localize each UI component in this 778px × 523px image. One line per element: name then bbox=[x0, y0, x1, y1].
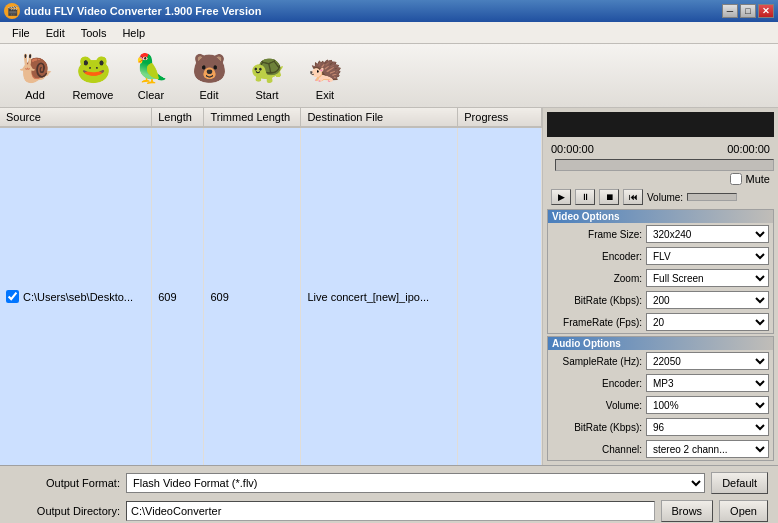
file-table: Source Length Trimmed Length Destination… bbox=[0, 108, 542, 465]
audio-volume-row: Volume: 50%75%100%125% bbox=[548, 394, 773, 416]
app-icon: 🎬 bbox=[4, 3, 20, 19]
open-button[interactable]: Open bbox=[719, 500, 768, 522]
edit-icon: 🐻 bbox=[191, 51, 227, 87]
output-format-label: Output Format: bbox=[10, 477, 120, 489]
video-zoom-label: Zoom: bbox=[552, 273, 642, 284]
mute-label: Mute bbox=[746, 173, 770, 185]
playback-controls: ▶ ⏸ ⏹ ⏮ Volume: bbox=[547, 187, 774, 207]
time-start: 00:00:00 bbox=[551, 143, 594, 155]
menu-file[interactable]: File bbox=[4, 25, 38, 41]
maximize-button[interactable]: □ bbox=[740, 4, 756, 18]
time-end: 00:00:00 bbox=[727, 143, 770, 155]
output-format-row: Output Format: Flash Video Format (*.flv… bbox=[10, 472, 768, 494]
video-zoom-select[interactable]: Full ScreenLetterboxCrop bbox=[646, 269, 769, 287]
play-button[interactable]: ▶ bbox=[551, 189, 571, 205]
add-label: Add bbox=[25, 89, 45, 101]
audio-bitrate-select[interactable]: 6496128192 bbox=[646, 418, 769, 436]
col-source: Source bbox=[0, 108, 152, 127]
exit-icon: 🦔 bbox=[307, 51, 343, 87]
row-checkbox[interactable] bbox=[6, 290, 19, 303]
volume-label: Volume: bbox=[647, 192, 683, 203]
pause-button[interactable]: ⏸ bbox=[575, 189, 595, 205]
audio-encoder-label: Encoder: bbox=[552, 378, 642, 389]
output-dir-input[interactable] bbox=[126, 501, 655, 521]
col-trimmed-length: Trimmed Length bbox=[204, 108, 301, 127]
audio-options: Audio Options SampleRate (Hz): 220504410… bbox=[547, 336, 774, 461]
toolbar: 🐌 Add 🐸 Remove 🦜 Clear 🐻 Edit 🐢 Start 🦔 … bbox=[0, 44, 778, 108]
menu-edit[interactable]: Edit bbox=[38, 25, 73, 41]
audio-bitrate-row: BitRate (Kbps): 6496128192 bbox=[548, 416, 773, 438]
cell-destination: Live concert_[new]_ipo... bbox=[301, 127, 458, 465]
mute-row: Mute bbox=[547, 173, 774, 185]
add-button[interactable]: 🐌 Add bbox=[8, 49, 62, 103]
audio-encoder-row: Encoder: MP3AACOGG bbox=[548, 372, 773, 394]
clear-icon: 🦜 bbox=[133, 51, 169, 87]
video-framerate-select[interactable]: 15202530 bbox=[646, 313, 769, 331]
video-encoder-select[interactable]: FLVH.264MPEG4 bbox=[646, 247, 769, 265]
minimize-button[interactable]: ─ bbox=[722, 4, 738, 18]
audio-encoder-select[interactable]: MP3AACOGG bbox=[646, 374, 769, 392]
mute-checkbox[interactable] bbox=[730, 173, 742, 185]
close-button[interactable]: ✕ bbox=[758, 4, 774, 18]
left-panel: Source Length Trimmed Length Destination… bbox=[0, 108, 543, 465]
video-preview bbox=[547, 112, 774, 137]
main-area: Source Length Trimmed Length Destination… bbox=[0, 108, 778, 465]
video-options: Video Options Frame Size: 320x240640x480… bbox=[547, 209, 774, 334]
cell-progress bbox=[458, 127, 542, 465]
menu-tools[interactable]: Tools bbox=[73, 25, 115, 41]
remove-button[interactable]: 🐸 Remove bbox=[66, 49, 120, 103]
video-framesize-select[interactable]: 320x240640x4801280x720 bbox=[646, 225, 769, 243]
clear-label: Clear bbox=[138, 89, 164, 101]
start-button[interactable]: 🐢 Start bbox=[240, 49, 294, 103]
audio-bitrate-label: BitRate (Kbps): bbox=[552, 422, 642, 433]
app-title: dudu FLV Video Converter 1.900 Free Vers… bbox=[24, 5, 261, 17]
audio-samplerate-select[interactable]: 220504410048000 bbox=[646, 352, 769, 370]
audio-channel-select[interactable]: monostereo 2 chann... bbox=[646, 440, 769, 458]
video-bitrate-row: BitRate (Kbps): 2004008001200 bbox=[548, 289, 773, 311]
volume-slider[interactable] bbox=[687, 193, 737, 201]
cell-trimmed-length: 609 bbox=[204, 127, 301, 465]
video-framesize-label: Frame Size: bbox=[552, 229, 642, 240]
video-zoom-row: Zoom: Full ScreenLetterboxCrop bbox=[548, 267, 773, 289]
video-encoder-label: Encoder: bbox=[552, 251, 642, 262]
right-panel: 00:00:00 00:00:00 Mute ▶ ⏸ ⏹ ⏮ Volume: V… bbox=[543, 108, 778, 465]
remove-icon: 🐸 bbox=[75, 51, 111, 87]
audio-options-title: Audio Options bbox=[548, 337, 773, 350]
col-destination: Destination File bbox=[301, 108, 458, 127]
output-format-select[interactable]: Flash Video Format (*.flv) MP4 Format (*… bbox=[126, 473, 705, 493]
seek-bar[interactable] bbox=[555, 159, 774, 171]
audio-channel-row: Channel: monostereo 2 chann... bbox=[548, 438, 773, 460]
exit-button[interactable]: 🦔 Exit bbox=[298, 49, 352, 103]
clear-button[interactable]: 🦜 Clear bbox=[124, 49, 178, 103]
title-bar: 🎬 dudu FLV Video Converter 1.900 Free Ve… bbox=[0, 0, 778, 22]
stop-button[interactable]: ⏹ bbox=[599, 189, 619, 205]
edit-button[interactable]: 🐻 Edit bbox=[182, 49, 236, 103]
video-bitrate-select[interactable]: 2004008001200 bbox=[646, 291, 769, 309]
video-framerate-label: FrameRate (Fps): bbox=[552, 317, 642, 328]
menu-help[interactable]: Help bbox=[114, 25, 153, 41]
video-options-title: Video Options bbox=[548, 210, 773, 223]
bottom-bar: Output Format: Flash Video Format (*.flv… bbox=[0, 465, 778, 523]
output-dir-row: Output Directory: Brows Open bbox=[10, 500, 768, 522]
col-progress: Progress bbox=[458, 108, 542, 127]
rewind-button[interactable]: ⏮ bbox=[623, 189, 643, 205]
table-row[interactable]: C:\Users\seb\Deskto... 609 609 Live conc… bbox=[0, 127, 542, 465]
audio-volume-select[interactable]: 50%75%100%125% bbox=[646, 396, 769, 414]
audio-volume-label: Volume: bbox=[552, 400, 642, 411]
col-length: Length bbox=[152, 108, 204, 127]
video-bitrate-label: BitRate (Kbps): bbox=[552, 295, 642, 306]
remove-label: Remove bbox=[73, 89, 114, 101]
browse-button[interactable]: Brows bbox=[661, 500, 714, 522]
cell-length: 609 bbox=[152, 127, 204, 465]
audio-samplerate-label: SampleRate (Hz): bbox=[552, 356, 642, 367]
start-label: Start bbox=[255, 89, 278, 101]
time-bar: 00:00:00 00:00:00 bbox=[547, 141, 774, 157]
audio-samplerate-row: SampleRate (Hz): 220504410048000 bbox=[548, 350, 773, 372]
cell-source: C:\Users\seb\Deskto... bbox=[0, 127, 152, 465]
video-encoder-row: Encoder: FLVH.264MPEG4 bbox=[548, 245, 773, 267]
output-dir-label: Output Directory: bbox=[10, 505, 120, 517]
video-framerate-row: FrameRate (Fps): 15202530 bbox=[548, 311, 773, 333]
video-framesize-row: Frame Size: 320x240640x4801280x720 bbox=[548, 223, 773, 245]
audio-channel-label: Channel: bbox=[552, 444, 642, 455]
default-button[interactable]: Default bbox=[711, 472, 768, 494]
